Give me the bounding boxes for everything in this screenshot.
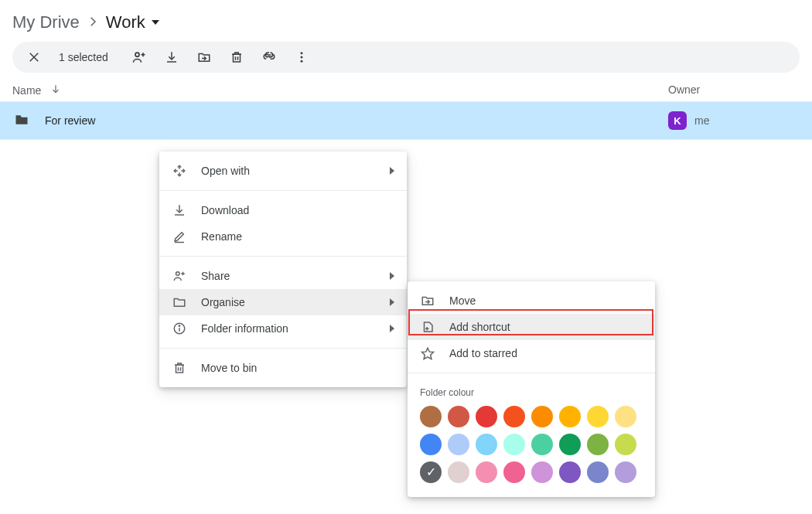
color-swatch[interactable] <box>448 434 469 455</box>
color-swatch[interactable] <box>587 434 609 455</box>
color-swatch[interactable] <box>420 406 442 427</box>
organise-submenu: Move Add shortcut Add to starred Folder … <box>408 281 655 497</box>
move-icon <box>420 294 435 308</box>
share-button[interactable] <box>130 48 148 66</box>
chevron-right-icon <box>390 272 394 280</box>
download-button[interactable] <box>162 48 181 66</box>
menu-organise-label: Organise <box>201 296 376 308</box>
folder-colour-label: Folder colour <box>408 380 655 403</box>
svg-point-12 <box>300 52 302 54</box>
menu-open-with[interactable]: Open with <box>159 158 407 184</box>
breadcrumb-current[interactable]: Work <box>106 12 159 32</box>
arrow-down-icon <box>50 83 61 97</box>
submenu-move[interactable]: Move <box>408 288 655 314</box>
color-swatch[interactable] <box>615 406 636 427</box>
breadcrumb: My Drive Work <box>0 0 812 39</box>
breadcrumb-current-label: Work <box>106 12 145 32</box>
submenu-add-shortcut[interactable]: Add shortcut <box>408 314 655 340</box>
context-menu: Open with Download Rename Share Organise… <box>159 151 407 387</box>
color-swatch[interactable] <box>476 406 497 427</box>
svg-point-13 <box>300 56 302 59</box>
menu-share[interactable]: Share <box>159 263 407 289</box>
color-swatch[interactable] <box>559 461 581 483</box>
chevron-right-icon <box>86 15 100 31</box>
add-shortcut-icon <box>420 320 435 334</box>
color-swatch[interactable] <box>587 406 609 427</box>
menu-share-label: Share <box>201 270 376 282</box>
file-row-selected[interactable]: For review K me <box>0 102 812 140</box>
color-swatch[interactable] <box>448 406 469 427</box>
menu-move-to-bin-label: Move to bin <box>201 362 394 374</box>
svg-point-18 <box>176 272 180 276</box>
organise-icon <box>172 295 187 309</box>
svg-point-23 <box>179 325 179 326</box>
menu-divider <box>408 373 655 373</box>
owner-cell: K me <box>668 111 800 130</box>
close-selection-button[interactable] <box>25 48 43 66</box>
menu-rename-label: Rename <box>201 230 394 243</box>
color-swatch[interactable] <box>587 461 609 483</box>
link-button[interactable] <box>260 48 278 66</box>
color-swatch[interactable] <box>420 434 442 455</box>
submenu-add-to-starred-label: Add to starred <box>449 347 643 359</box>
breadcrumb-root[interactable]: My Drive <box>12 12 80 32</box>
folder-icon <box>12 112 31 130</box>
column-header-row: Name Owner <box>0 76 812 102</box>
menu-folder-info[interactable]: Folder information <box>159 315 407 342</box>
info-icon <box>172 322 187 335</box>
chevron-right-icon <box>390 325 394 332</box>
menu-divider <box>159 190 407 191</box>
star-icon <box>420 346 435 360</box>
color-swatch[interactable] <box>448 461 469 483</box>
color-swatch[interactable] <box>503 461 525 483</box>
svg-marker-31 <box>422 348 434 359</box>
menu-folder-info-label: Folder information <box>201 322 376 335</box>
column-header-name[interactable]: Name <box>12 84 41 97</box>
menu-rename[interactable]: Rename <box>159 223 407 250</box>
svg-point-2 <box>135 53 139 56</box>
chevron-right-icon <box>390 298 394 306</box>
move-button[interactable] <box>195 48 213 66</box>
menu-download[interactable]: Download <box>159 197 407 223</box>
color-grid <box>408 403 655 491</box>
svg-rect-7 <box>233 54 240 62</box>
share-icon <box>172 269 187 283</box>
owner-avatar: K <box>668 111 687 130</box>
caret-down-icon <box>152 20 159 25</box>
color-swatch[interactable] <box>503 406 525 427</box>
color-swatch[interactable] <box>476 461 497 483</box>
chevron-right-icon <box>390 167 394 175</box>
menu-organise[interactable]: Organise <box>159 289 407 315</box>
file-name: For review <box>45 114 668 127</box>
color-swatch[interactable] <box>476 434 497 455</box>
selection-count: 1 selected <box>59 51 108 63</box>
submenu-add-shortcut-label: Add shortcut <box>449 321 643 333</box>
svg-point-14 <box>300 60 302 63</box>
menu-divider <box>159 348 407 349</box>
selection-toolbar: 1 selected <box>12 42 800 73</box>
download-icon <box>172 203 187 217</box>
menu-divider <box>159 256 407 257</box>
color-swatch[interactable] <box>559 406 581 427</box>
menu-move-to-bin[interactable]: Move to bin <box>159 355 407 381</box>
color-swatch[interactable] <box>559 434 581 455</box>
menu-open-with-label: Open with <box>201 165 376 177</box>
more-button[interactable] <box>292 48 311 66</box>
submenu-add-to-starred[interactable]: Add to starred <box>408 340 655 366</box>
open-with-icon <box>172 164 187 178</box>
column-header-owner[interactable]: Owner <box>668 83 700 96</box>
trash-icon <box>172 361 187 375</box>
delete-button[interactable] <box>227 48 246 66</box>
color-swatch[interactable] <box>531 461 553 483</box>
svg-rect-24 <box>176 365 183 373</box>
color-swatch[interactable] <box>420 461 442 483</box>
rename-icon <box>172 230 187 243</box>
color-swatch[interactable] <box>503 434 525 455</box>
menu-download-label: Download <box>201 204 394 216</box>
submenu-move-label: Move <box>449 294 643 307</box>
owner-name: me <box>694 114 709 127</box>
color-swatch[interactable] <box>531 434 553 455</box>
color-swatch[interactable] <box>615 461 636 483</box>
color-swatch[interactable] <box>531 406 553 427</box>
color-swatch[interactable] <box>615 434 636 455</box>
